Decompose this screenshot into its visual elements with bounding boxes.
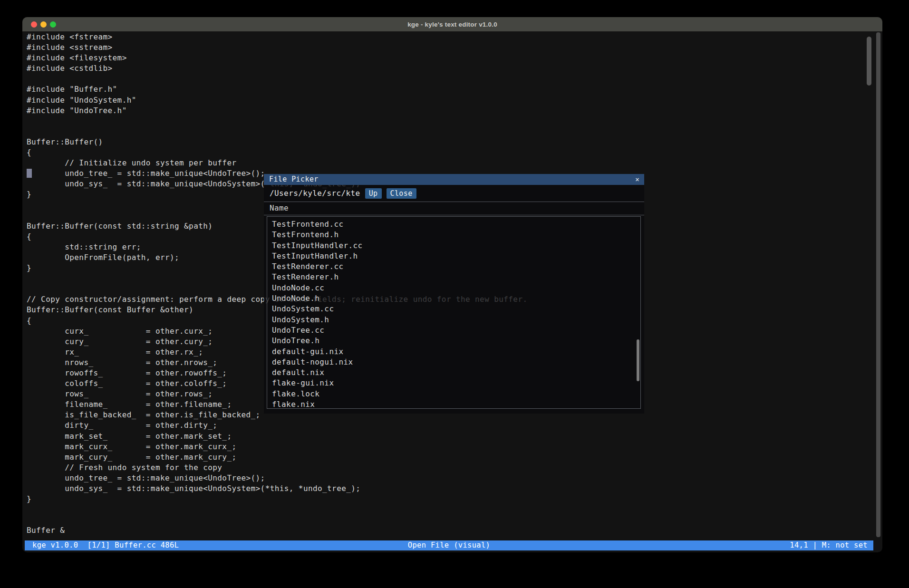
- code-line[interactable]: // Initialize undo system per buffer: [27, 158, 527, 168]
- code-line[interactable]: [27, 504, 527, 515]
- file-list-item[interactable]: UndoSystem.cc: [267, 304, 640, 315]
- code-line[interactable]: mark_set_ = other.mark_set_;: [27, 431, 527, 442]
- file-list-item[interactable]: default.nix: [267, 368, 640, 378]
- file-list-item[interactable]: default-nogui.nix: [267, 357, 640, 368]
- code-line[interactable]: #include "Buffer.h": [27, 84, 527, 95]
- column-header-name: Name: [264, 202, 644, 215]
- file-list-item[interactable]: UndoTree.cc: [267, 326, 640, 336]
- code-line[interactable]: #include <sstream>: [27, 42, 527, 53]
- traffic-lights: [31, 17, 56, 31]
- file-picker-dialog: File Picker ✕ /Users/kyle/src/kte Up Clo…: [264, 174, 644, 414]
- code-line[interactable]: undo_sys_ = std::make_unique<UndoSystem>…: [27, 483, 527, 494]
- minimize-window-button[interactable]: [40, 21, 47, 28]
- file-list[interactable]: TestFrontend.ccTestFrontend.hTestInputHa…: [267, 216, 641, 409]
- file-list-item[interactable]: UndoNode.cc: [267, 283, 640, 294]
- code-line[interactable]: #include "UndoTree.h": [27, 106, 527, 116]
- close-button[interactable]: Close: [387, 188, 416, 199]
- file-list-item[interactable]: flake.lock: [267, 389, 640, 400]
- file-picker-titlebar[interactable]: File Picker ✕: [264, 174, 644, 185]
- status-cursor-info: 14,1 | M: not set: [790, 540, 868, 550]
- file-list-item[interactable]: TestFrontend.cc: [267, 220, 640, 230]
- text-cursor: [27, 169, 32, 178]
- status-bar: kge v1.0.0 [1/1] Buffer.cc 486L Open Fil…: [25, 540, 873, 550]
- close-window-button[interactable]: [31, 21, 37, 28]
- code-line[interactable]: dirty_ = other.dirty_;: [27, 420, 527, 431]
- file-list-item[interactable]: UndoTree.h: [267, 336, 640, 347]
- code-line[interactable]: #include <cstdlib>: [27, 63, 527, 74]
- code-line[interactable]: #include "UndoSystem.h": [27, 95, 527, 106]
- file-list-item[interactable]: UndoNode.h: [267, 294, 640, 304]
- code-line[interactable]: [27, 116, 527, 126]
- file-list-item[interactable]: flake-gui.nix: [267, 378, 640, 389]
- file-list-item[interactable]: TestRenderer.cc: [267, 262, 640, 272]
- editor-window: kge - kyle's text editor v1.0.0 #include…: [22, 17, 882, 552]
- code-line[interactable]: Buffer &: [27, 525, 527, 536]
- code-line[interactable]: mark_curx_ = other.mark_curx_;: [27, 442, 527, 452]
- status-mode: Open File (visual): [25, 540, 873, 550]
- file-list-item[interactable]: TestFrontend.h: [267, 230, 640, 241]
- file-list-items: TestFrontend.ccTestFrontend.hTestInputHa…: [267, 220, 640, 410]
- window-scrollbar-track[interactable]: [876, 32, 880, 537]
- file-list-scrollbar-thumb[interactable]: [637, 339, 639, 381]
- code-line[interactable]: [27, 74, 527, 84]
- close-icon[interactable]: ✕: [635, 174, 639, 185]
- file-picker-path-row: /Users/kyle/src/kte Up Close: [264, 185, 644, 202]
- file-list-item[interactable]: TestInputHandler.cc: [267, 241, 640, 251]
- code-line[interactable]: Buffer::Buffer(): [27, 137, 527, 147]
- up-button[interactable]: Up: [365, 188, 382, 199]
- file-list-item[interactable]: flake.nix: [267, 400, 640, 410]
- code-line[interactable]: [27, 126, 527, 137]
- code-line[interactable]: // Fresh undo system for the copy: [27, 463, 527, 473]
- file-list-item[interactable]: TestInputHandler.h: [267, 251, 640, 262]
- code-line[interactable]: #include <fstream>: [27, 32, 527, 42]
- code-line[interactable]: #include <filesystem>: [27, 53, 527, 63]
- window-titlebar[interactable]: kge - kyle's text editor v1.0.0: [22, 17, 882, 31]
- file-list-item[interactable]: UndoSystem.h: [267, 315, 640, 326]
- file-list-item[interactable]: TestRenderer.h: [267, 272, 640, 283]
- editor-scrollbar-thumb[interactable]: [867, 37, 871, 86]
- code-line[interactable]: mark_cury_ = other.mark_cury_;: [27, 452, 527, 463]
- code-line[interactable]: {: [27, 147, 527, 158]
- window-title: kge - kyle's text editor v1.0.0: [22, 21, 882, 28]
- code-line[interactable]: }: [27, 494, 527, 504]
- current-path: /Users/kyle/src/kte: [270, 189, 360, 198]
- file-list-item[interactable]: default-gui.nix: [267, 347, 640, 357]
- file-picker-title: File Picker: [269, 175, 319, 183]
- zoom-window-button[interactable]: [50, 21, 56, 28]
- code-line[interactable]: [27, 515, 527, 525]
- code-line[interactable]: undo_tree_ = std::make_unique<UndoTree>(…: [27, 473, 527, 483]
